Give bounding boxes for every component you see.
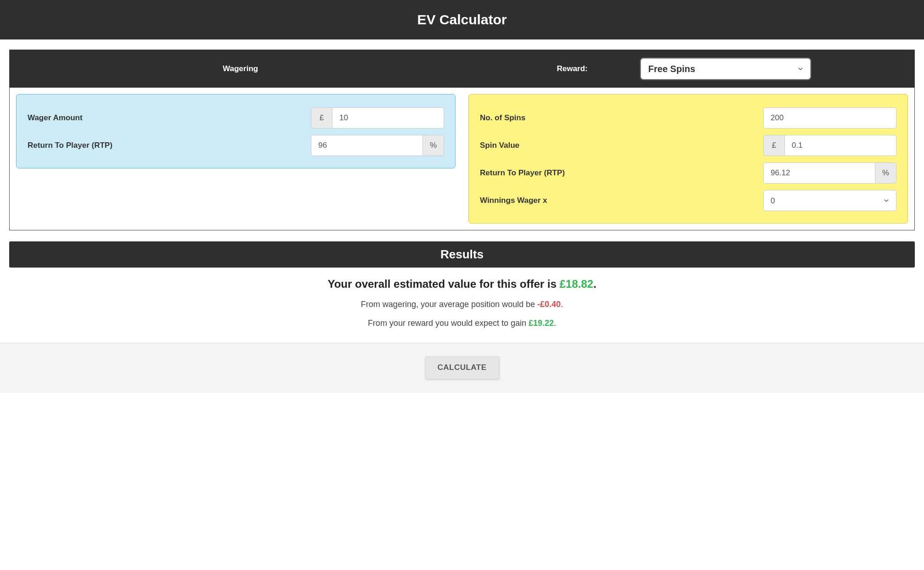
results-reward-line: From your reward you would expect to gai… <box>9 319 915 328</box>
spins-row: No. of Spins <box>480 107 896 129</box>
results-body: Your overall estimated value for this of… <box>0 268 924 343</box>
calculate-button[interactable]: CALCULATE <box>425 356 499 379</box>
results-title: Results <box>9 241 915 268</box>
reward-card: No. of Spins Spin Value £ Return To Play… <box>468 94 908 224</box>
reward-rtp-input[interactable] <box>763 162 875 184</box>
reward-rtp-label: Return To Player (RTP) <box>480 168 565 178</box>
results-wager-line: From wagering, your average position wou… <box>9 300 915 309</box>
reward-rtp-row: Return To Player (RTP) % <box>480 162 896 184</box>
reward-line-value: £19.22 <box>529 319 554 328</box>
wager-amount-input[interactable] <box>332 107 444 129</box>
wager-line-prefix: From wagering, your average position wou… <box>361 300 537 309</box>
wager-amount-label: Wager Amount <box>28 113 83 123</box>
headline-suffix: . <box>593 278 597 290</box>
headline-prefix: Your overall estimated value for this of… <box>327 278 559 290</box>
wagering-rtp-row: Return To Player (RTP) % <box>28 135 444 156</box>
winnings-wager-select[interactable]: 0 <box>763 190 896 211</box>
wagering-header-label: Wagering <box>19 64 462 73</box>
wagering-card: Wager Amount £ Return To Player (RTP) % <box>16 94 456 168</box>
input-panel: Wagering Reward: Free Spins Wager Amount… <box>9 50 915 230</box>
reward-line-prefix: From your reward you would expect to gai… <box>368 319 529 328</box>
reward-type-select[interactable]: Free Spins <box>641 58 811 79</box>
spin-value-row: Spin Value £ <box>480 135 896 156</box>
reward-line-suffix: . <box>554 319 556 328</box>
spin-value-label: Spin Value <box>480 141 519 150</box>
currency-prefix: £ <box>311 107 332 129</box>
panel-header: Wagering Reward: Free Spins <box>10 50 914 88</box>
spins-input-group <box>763 107 896 129</box>
currency-prefix: £ <box>763 135 784 156</box>
wagering-rtp-input[interactable] <box>311 135 423 156</box>
wager-amount-row: Wager Amount £ <box>28 107 444 129</box>
reward-rtp-input-group: % <box>763 162 896 184</box>
spin-value-input[interactable] <box>784 135 896 156</box>
spin-value-input-group: £ <box>763 135 896 156</box>
spins-input[interactable] <box>763 107 896 129</box>
spins-label: No. of Spins <box>480 113 525 123</box>
main-content: Wagering Reward: Free Spins Wager Amount… <box>0 39 924 230</box>
wager-amount-input-group: £ <box>311 107 444 129</box>
wager-line-suffix: . <box>561 300 563 309</box>
headline-value: £18.82 <box>559 278 593 290</box>
wagering-rtp-input-group: % <box>311 135 444 156</box>
wager-line-value: -£0.40 <box>537 300 561 309</box>
panel-body: Wager Amount £ Return To Player (RTP) % <box>10 88 914 230</box>
winnings-wager-label: Winnings Wager x <box>480 196 547 205</box>
footer: CALCULATE <box>0 343 924 393</box>
results-headline: Your overall estimated value for this of… <box>9 278 915 291</box>
winnings-wager-row: Winnings Wager x 0 <box>480 190 896 211</box>
page-title: EV Calculator <box>0 0 924 39</box>
reward-header-label: Reward: <box>557 64 587 73</box>
wagering-rtp-label: Return To Player (RTP) <box>28 141 113 150</box>
percent-suffix: % <box>875 162 896 184</box>
percent-suffix: % <box>423 135 444 156</box>
